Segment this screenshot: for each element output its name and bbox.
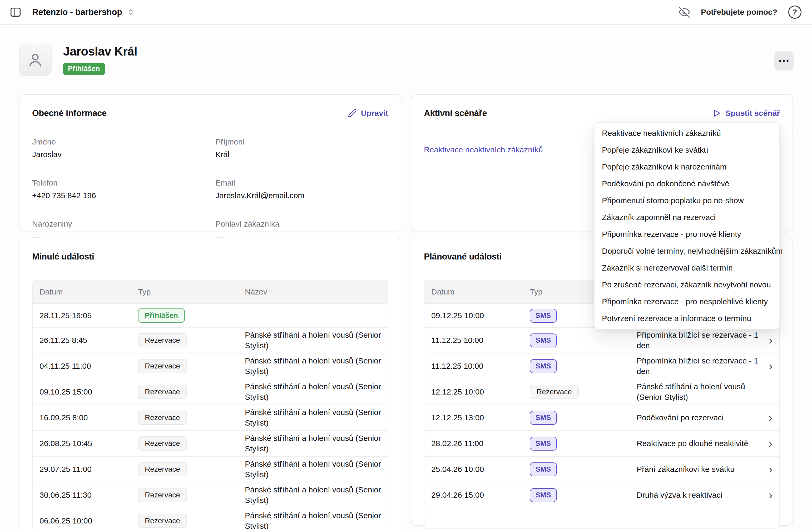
status-badge: Přihlášen: [63, 63, 105, 75]
type-badge: SMS: [530, 462, 557, 476]
menu-item[interactable]: Zákazník zapomněl na rezervaci: [595, 209, 779, 226]
table-row: 04.11.25 11:00 Rezervace Pánské stříhání…: [33, 353, 388, 379]
table-row[interactable]: 25.04.26 10:00 SMS Přání zákazníkovi ke …: [424, 457, 779, 482]
chevron-right-icon[interactable]: ›: [769, 412, 772, 423]
menu-item[interactable]: Připomínka rezervace - pro nespolehlivé …: [595, 293, 779, 310]
type-badge: Přihlášen: [138, 308, 185, 323]
help-icon[interactable]: ?: [788, 5, 801, 19]
type-badge: Rezervace: [138, 411, 187, 425]
past-events-card: Minulé události Datum Typ Název 28.11.25…: [19, 238, 401, 529]
scenario-dropdown-menu: Reaktivace neaktivních zákazníků Popřeje…: [594, 122, 780, 329]
eye-off-icon[interactable]: [679, 6, 690, 18]
table-header: Datum Typ Název: [33, 280, 388, 304]
past-events-title: Minulé události: [32, 252, 94, 262]
active-scenario-link[interactable]: Reaktivace neaktivních zákazníků: [424, 145, 543, 154]
table-row: 16.09.25 8:00 Rezervace Pánské stříhání …: [33, 405, 388, 431]
table-row[interactable]: 11.12.25 10:00 SMS Připomínka blížící se…: [424, 328, 779, 353]
table-row: 28.11.25 16:05 Přihlášen —: [33, 304, 388, 328]
workspace-switcher[interactable]: [126, 8, 135, 17]
sidebar-toggle-button[interactable]: [8, 4, 23, 20]
chevron-right-icon[interactable]: ›: [769, 464, 772, 474]
menu-item[interactable]: Po zrušené rezervaci, zákazník nevytvoři…: [595, 276, 779, 293]
workspace-title: Retenzio - barbershop: [32, 7, 122, 17]
field-email: Email Jaroslav.Král@email.com: [215, 178, 388, 200]
table-row: 30.06.25 11:30 Rezervace Pánské stříhání…: [33, 482, 388, 508]
type-badge: Rezervace: [530, 385, 579, 399]
run-scenario-button[interactable]: Spustit scénář: [712, 109, 780, 118]
active-scenarios-title: Aktivní scénáře: [424, 108, 487, 118]
table-row: 26.08.25 10:45 Rezervace Pánské stříhání…: [33, 431, 388, 457]
menu-item[interactable]: Popřeje zákazníkovi k narozeninám: [595, 159, 779, 175]
customer-name: Jaroslav Král: [63, 44, 137, 58]
general-info-grid: Jméno Jaroslav Příjmení Král Telefon +42…: [32, 137, 388, 241]
menu-item[interactable]: Popřeje zákazníkovi ke svátku: [595, 142, 779, 159]
field-phone: Telefon +420 735 842 196: [32, 178, 215, 200]
type-badge: Rezervace: [138, 359, 187, 373]
chevron-right-icon[interactable]: ›: [769, 361, 772, 371]
table-row: 09.10.25 15:00 Rezervace Pánské stříhání…: [33, 379, 388, 405]
general-info-card: Obecné informace Upravit Jméno Jaroslav …: [19, 94, 401, 231]
type-badge: SMS: [530, 334, 557, 348]
type-badge: SMS: [530, 411, 557, 425]
table-row: 26.11.25 8:45 Rezervace Pánské stříhání …: [33, 328, 388, 353]
pencil-icon: [348, 109, 357, 118]
type-badge: Rezervace: [138, 488, 187, 502]
table-row[interactable]: 11.12.25 10:00 SMS Připomínka blížící se…: [424, 353, 779, 379]
more-actions-button[interactable]: •••: [774, 51, 794, 71]
type-badge: Rezervace: [138, 385, 187, 399]
chevron-right-icon[interactable]: ›: [769, 490, 772, 500]
play-icon: [712, 109, 721, 118]
type-badge: SMS: [530, 359, 557, 373]
avatar: [19, 44, 52, 76]
type-badge: SMS: [530, 309, 557, 323]
person-icon: [26, 50, 45, 70]
planned-events-title: Plánované události: [424, 252, 502, 262]
field-last-name: Příjmení Král: [215, 137, 388, 159]
table-row[interactable]: 29.04.26 15:00 SMS Druhá výzva k reaktiv…: [424, 482, 779, 508]
chevron-right-icon[interactable]: ›: [769, 335, 772, 346]
chevron-up-down-icon: [126, 8, 135, 17]
menu-item[interactable]: Potvrzení rezervace a informace o termín…: [595, 310, 779, 327]
type-badge: Rezervace: [138, 462, 187, 476]
top-bar: Retenzio - barbershop Potřebujete pomoc?…: [0, 0, 812, 25]
table-row: 29.07.25 11:00 Rezervace Pánské stříhání…: [33, 457, 388, 482]
field-first-name: Jméno Jaroslav: [32, 137, 215, 159]
table-row: 12.12.25 10:00 Rezervace Pánské stříhání…: [424, 379, 779, 405]
menu-item[interactable]: Poděkování po dokončené návštěvě: [595, 175, 779, 192]
table-row[interactable]: 12.12.25 13:00 SMS Poděkování po rezerva…: [424, 405, 779, 431]
menu-item[interactable]: Připomenutí storno poplatku po no-show: [595, 192, 779, 209]
empty-row: [424, 508, 779, 529]
sidebar-panel-icon: [10, 6, 21, 18]
menu-item[interactable]: Připomínka rezervace - pro nové klienty: [595, 226, 779, 243]
chevron-right-icon[interactable]: ›: [769, 438, 772, 449]
menu-item[interactable]: Zákazník si nerezervoval další termín: [595, 260, 779, 276]
general-info-title: Obecné informace: [32, 108, 107, 118]
past-events-table: Datum Typ Název 28.11.25 16:05 Přihlášen…: [32, 280, 388, 529]
table-row: 06.06.25 10:00 Rezervace Pánské stříhání…: [33, 508, 388, 529]
type-badge: Rezervace: [138, 333, 187, 348]
help-link[interactable]: Potřebujete pomoc?: [701, 8, 777, 17]
type-badge: Rezervace: [138, 436, 187, 451]
menu-item[interactable]: Reaktivace neaktivních zákazníků: [595, 125, 779, 142]
type-badge: SMS: [530, 488, 557, 502]
table-row[interactable]: 28.02.26 11:00 SMS Reaktivace po dlouhé …: [424, 431, 779, 457]
type-badge: Rezervace: [138, 514, 187, 528]
customer-header: Jaroslav Král Přihlášen •••: [19, 44, 794, 76]
type-badge: SMS: [530, 437, 557, 451]
edit-button[interactable]: Upravit: [348, 109, 388, 118]
menu-item[interactable]: Doporučí volné termíny, nejvhodnějším zá…: [595, 243, 779, 260]
